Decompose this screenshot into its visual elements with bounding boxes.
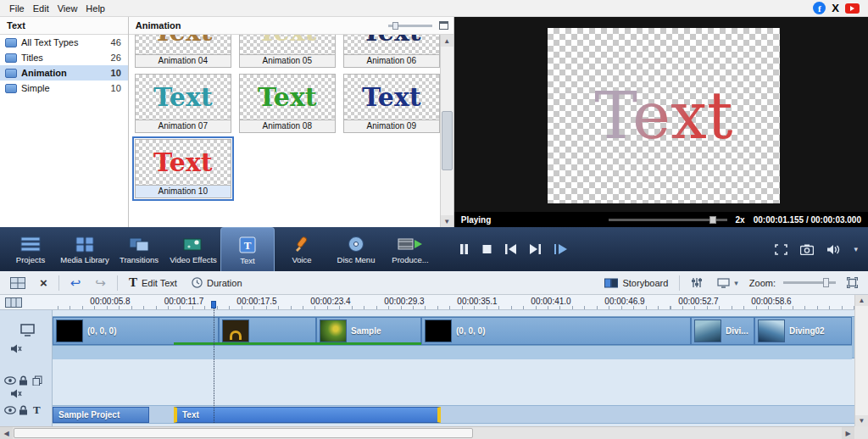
slider-handle[interactable]: [392, 22, 398, 30]
voice-button[interactable]: Voice: [275, 227, 329, 271]
scroll-down-icon[interactable]: ▼: [855, 415, 868, 426]
media-library-button[interactable]: Media Library: [58, 227, 112, 271]
thumbnail-size-slider[interactable]: [388, 25, 432, 27]
menu-file[interactable]: File: [5, 3, 29, 14]
projects-button[interactable]: Projects: [3, 227, 58, 271]
edit-toolbar: × ↩ ↪ T Edit Text Duration Storyboard ▾ …: [0, 271, 868, 295]
fullscreen-icon[interactable]: [775, 244, 787, 255]
timeline-vertical-scrollbar[interactable]: ▲ ▼: [854, 295, 868, 426]
produce-button[interactable]: Produce...: [383, 227, 437, 271]
playback-status: Playing: [461, 215, 492, 225]
volume-dropdown-icon[interactable]: ▾: [854, 245, 858, 253]
undo-button[interactable]: ↩: [67, 275, 85, 291]
maximize-panel-icon[interactable]: [439, 21, 448, 30]
text-track-eye-icon[interactable]: [4, 406, 16, 416]
audio-subtrack[interactable]: [53, 345, 852, 359]
text-track: Sample Project Text: [53, 405, 854, 424]
seek-slider[interactable]: [609, 219, 727, 221]
text-clip-sample-project[interactable]: Sample Project: [53, 407, 149, 423]
volume-icon[interactable]: [826, 244, 841, 255]
video-clip-sample[interactable]: Sample: [316, 317, 421, 345]
zoom-slider[interactable]: [783, 281, 836, 284]
category-all-text-types[interactable]: All Text Types 46: [0, 35, 128, 50]
mute-audio-icon[interactable]: [10, 344, 22, 355]
menu-edit[interactable]: Edit: [29, 3, 53, 14]
playhead-marker[interactable]: [211, 301, 216, 308]
visibility-eye-icon[interactable]: [4, 376, 16, 386]
x-twitter-icon[interactable]: X: [832, 3, 839, 14]
clip-label: (0, 0, 0): [456, 326, 485, 336]
gallery-scrollbar[interactable]: ▲ ▼: [440, 35, 453, 227]
video-clip-black-1[interactable]: (0, 0, 0): [53, 317, 219, 345]
timeline-ruler[interactable]: 00:00:05.8 00:00:11.7 00:00:17.5 00:00:2…: [0, 295, 868, 310]
disc-menu-icon: [345, 234, 367, 253]
scroll-up-icon[interactable]: ▲: [441, 35, 453, 47]
zoom-label: Zoom:: [749, 278, 776, 288]
fit-timeline-icon[interactable]: [843, 275, 861, 290]
display-dropdown-icon[interactable]: ▾: [734, 279, 738, 287]
snapshot-icon[interactable]: [800, 244, 814, 255]
seek-handle[interactable]: [709, 216, 716, 224]
scroll-left-icon[interactable]: ◀: [0, 427, 13, 439]
text-track-lock-icon[interactable]: [19, 405, 28, 417]
next-button[interactable]: [530, 244, 541, 254]
duration-button[interactable]: Duration: [188, 275, 246, 290]
scrollbar-corner: [854, 426, 868, 439]
text-button[interactable]: T Text: [220, 227, 275, 271]
video-clip-arch[interactable]: [219, 317, 316, 345]
gallery-item-animation-08[interactable]: Text Animation 08: [239, 74, 336, 133]
category-simple[interactable]: Simple 10: [0, 81, 128, 96]
gallery-item-animation-09[interactable]: Text Animation 09: [343, 74, 440, 133]
video-clip-diving-2[interactable]: Diving02: [754, 317, 852, 345]
category-count: 26: [111, 53, 121, 63]
storyboard-toggle[interactable]: Storyboard: [601, 276, 671, 290]
category-animation[interactable]: Animation 10: [0, 65, 128, 81]
clip-label: Divi...: [726, 326, 748, 336]
audio-mixer-icon[interactable]: [687, 275, 706, 290]
zoom-handle[interactable]: [823, 278, 829, 287]
scroll-down-icon[interactable]: ▼: [441, 215, 453, 227]
pause-button[interactable]: [459, 244, 469, 254]
gallery-item-animation-07[interactable]: Text Animation 07: [135, 74, 231, 133]
video-clip-black-2[interactable]: (0, 0, 0): [421, 317, 691, 345]
timeline-horizontal-scrollbar[interactable]: ◀ ▶: [0, 426, 854, 439]
disc-menu-button[interactable]: Disc Menu: [329, 227, 383, 271]
video-track-icon[interactable]: [20, 324, 35, 338]
menu-help[interactable]: Help: [81, 3, 109, 14]
scroll-right-icon[interactable]: ▶: [842, 427, 854, 439]
gallery-grid-area: Text Animation 04 Text Animation 05 Text…: [129, 35, 440, 227]
youtube-icon[interactable]: [845, 3, 860, 14]
timeline-tracks: T (0, 0, 0) Sample: [0, 310, 868, 426]
mute-track-icon[interactable]: [10, 389, 22, 400]
gallery-item-animation-06[interactable]: Text Animation 06: [343, 35, 440, 68]
thumb-label: Animation 04: [135, 55, 231, 68]
gallery-item-animation-04[interactable]: Text Animation 04: [135, 35, 231, 68]
slide-icon: [5, 69, 17, 78]
gallery-item-animation-10[interactable]: Text Animation 10: [135, 139, 231, 198]
redo-button[interactable]: ↪: [92, 275, 109, 291]
lock-track-icon[interactable]: [19, 375, 28, 387]
play-to-cursor-button[interactable]: [554, 244, 567, 254]
select-tool-icon[interactable]: [7, 275, 29, 291]
delete-button[interactable]: ×: [36, 275, 51, 291]
category-titles[interactable]: Titles 26: [0, 50, 128, 65]
sample-text: Text: [362, 85, 421, 110]
video-clip-diving-1[interactable]: Divi...: [691, 317, 754, 345]
text-track-icon[interactable]: T: [33, 403, 41, 417]
facebook-icon[interactable]: f: [813, 2, 826, 14]
main-toolbar: Projects Media Library Transitions Video…: [0, 227, 868, 271]
scrollbar-thumb[interactable]: [14, 428, 473, 438]
stop-button[interactable]: [482, 244, 492, 254]
ruler-label: 00:00:17.5: [236, 297, 276, 306]
track-headers: T: [0, 310, 53, 426]
duplicate-track-icon[interactable]: [32, 375, 42, 387]
display-mode-button[interactable]: ▾: [714, 276, 742, 290]
edit-text-button[interactable]: T Edit Text: [125, 275, 181, 291]
scroll-up-icon[interactable]: ▲: [855, 295, 868, 306]
menu-view[interactable]: View: [53, 3, 82, 14]
video-effects-button[interactable]: Video Effects: [166, 227, 220, 271]
gallery-item-animation-05[interactable]: Text Animation 05: [239, 35, 336, 68]
previous-button[interactable]: [505, 244, 516, 254]
transitions-button[interactable]: Transitions: [112, 227, 166, 271]
scrollbar-thumb[interactable]: [442, 111, 453, 170]
